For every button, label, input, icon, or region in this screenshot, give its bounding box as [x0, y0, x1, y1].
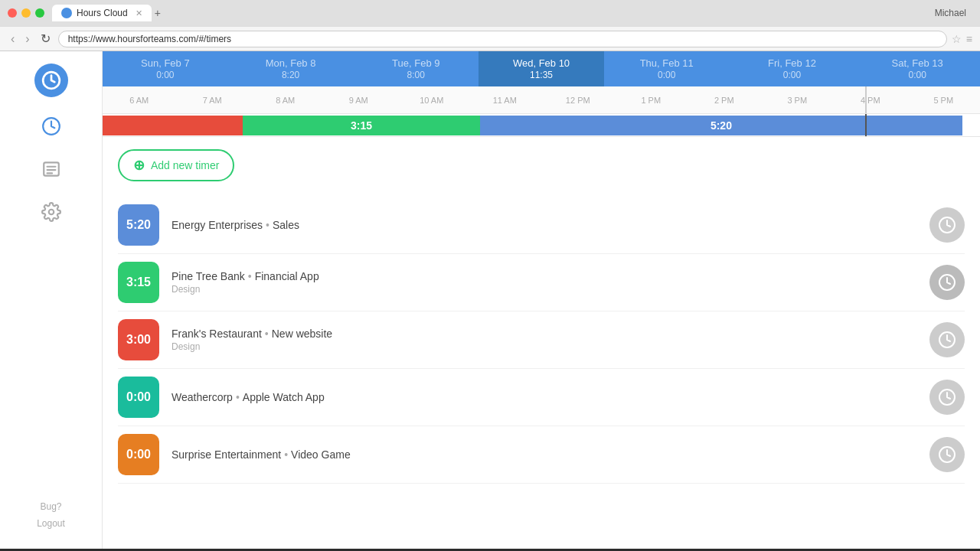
- dot: •: [266, 219, 270, 231]
- sidebar: Bug? Logout: [0, 51, 103, 549]
- day-cell-mon[interactable]: Mon, Feb 88:20: [228, 51, 354, 86]
- tab-title: Hours Cloud: [77, 8, 128, 18]
- sidebar-item-settings[interactable]: [38, 198, 65, 226]
- user-label: Michael: [935, 8, 972, 18]
- day-cell-wed[interactable]: Wed, Feb 1011:35: [479, 51, 604, 86]
- new-tab-button[interactable]: +: [155, 7, 161, 19]
- timer-badge: 5:20: [118, 204, 159, 246]
- time-label: 4 PM: [834, 96, 907, 105]
- time-label: 12 PM: [541, 96, 615, 105]
- day-cell-fri[interactable]: Fri, Feb 120:00: [730, 51, 855, 86]
- browser-titlebar: Hours Cloud ✕ + Michael: [0, 0, 980, 26]
- plus-icon: ⊕: [133, 157, 145, 174]
- time-label: 10 AM: [395, 96, 469, 105]
- timer-info: Energy Enterprises•Sales: [172, 219, 917, 231]
- timer-clock-button[interactable]: [929, 322, 965, 357]
- browser-navbar: ‹ › ↻ https://www.hoursforteams.com/#/ti…: [0, 26, 980, 51]
- logout-link[interactable]: Logout: [37, 518, 65, 529]
- timer-sub: Design: [172, 284, 917, 295]
- timer-client: Energy Enterprises: [172, 219, 263, 231]
- tab-favicon: [61, 8, 72, 18]
- timer-badge: 0:00: [118, 434, 159, 475]
- dot: •: [248, 270, 252, 282]
- time-marker: [865, 86, 867, 113]
- time-label: 1 PM: [615, 96, 688, 105]
- dot: •: [265, 328, 269, 340]
- timer-client: Weathercorp: [172, 391, 233, 403]
- dot: •: [236, 391, 240, 403]
- address-bar[interactable]: https://www.hoursforteams.com/#/timers: [58, 31, 947, 47]
- day-time: 8:00: [356, 70, 475, 80]
- timer-item: 3:15 Pine Tree Bank•Financial App Design: [118, 254, 965, 311]
- menu-icon[interactable]: ≡: [966, 33, 972, 45]
- timer-badge: 3:00: [118, 319, 159, 360]
- timer-project: Apple Watch App: [243, 391, 325, 403]
- timer-info: Surprise Entertainment•Video Game: [172, 448, 917, 461]
- time-label: 7 AM: [176, 96, 250, 105]
- timer-title: Pine Tree Bank•Financial App: [172, 270, 917, 282]
- close-button[interactable]: [8, 8, 17, 18]
- add-timer-label: Add new timer: [151, 159, 219, 171]
- timer-info: Frank's Restaurant•New website Design: [172, 328, 917, 352]
- day-name: Mon, Feb 8: [231, 57, 351, 69]
- dot: •: [284, 448, 288, 461]
- time-label: 6 AM: [103, 96, 176, 105]
- sidebar-item-reports[interactable]: [38, 155, 65, 183]
- time-labels: 6 AM7 AM8 AM9 AM10 AM11 AM12 PM1 PM2 PM3…: [103, 96, 980, 105]
- app-logo[interactable]: [34, 64, 68, 97]
- timer-clock-button[interactable]: [929, 207, 965, 243]
- timer-bars: 3:15 5:20: [103, 114, 980, 137]
- day-header: Sun, Feb 70:00Mon, Feb 88:20Tue, Feb 98:…: [103, 51, 980, 86]
- timer-title: Surprise Entertainment•Video Game: [172, 448, 917, 461]
- timers-area: ⊕ Add new timer 5:20 Energy Enterprises•…: [103, 137, 980, 549]
- tab-close-icon[interactable]: ✕: [136, 8, 142, 18]
- timer-info: Weathercorp•Apple Watch App: [172, 391, 917, 403]
- day-name: Sun, Feb 7: [106, 57, 225, 69]
- bar-blue: 5:20: [480, 116, 962, 135]
- timer-project: Financial App: [255, 270, 319, 282]
- minimize-button[interactable]: [21, 8, 31, 18]
- timer-clock-button[interactable]: [929, 437, 965, 472]
- day-cell-sat[interactable]: Sat, Feb 130:00: [854, 51, 980, 86]
- bookmark-icon[interactable]: ☆: [952, 33, 962, 45]
- day-name: Wed, Feb 10: [482, 57, 601, 69]
- active-tab[interactable]: Hours Cloud ✕: [52, 5, 152, 21]
- forward-button[interactable]: ›: [22, 31, 32, 47]
- timer-clock-button[interactable]: [929, 380, 965, 415]
- bar-blue-label: 5:20: [710, 119, 732, 132]
- sidebar-bottom: Bug? Logout: [37, 501, 65, 536]
- day-time: 11:35: [482, 70, 601, 80]
- time-label: 3 PM: [761, 96, 835, 105]
- timer-client: Frank's Restaurant: [172, 328, 262, 340]
- timers-list: 5:20 Energy Enterprises•Sales 3:15 Pine …: [118, 197, 965, 484]
- timer-item: 0:00 Surprise Entertainment•Video Game: [118, 426, 965, 484]
- back-button[interactable]: ‹: [8, 31, 18, 47]
- timer-item: 0:00 Weathercorp•Apple Watch App: [118, 369, 965, 426]
- nav-icons: ☆ ≡: [952, 33, 972, 45]
- timer-badge: 0:00: [118, 377, 159, 418]
- timer-sub: Design: [172, 341, 917, 352]
- timer-title: Frank's Restaurant•New website: [172, 328, 917, 340]
- day-cell-sun[interactable]: Sun, Feb 70:00: [103, 51, 228, 86]
- day-cell-tue[interactable]: Tue, Feb 98:00: [353, 51, 479, 86]
- sidebar-item-timers[interactable]: [38, 112, 65, 140]
- bar-marker: [865, 114, 867, 136]
- day-name: Thu, Feb 11: [607, 57, 727, 69]
- timer-item: 3:00 Frank's Restaurant•New website Desi…: [118, 311, 965, 369]
- timer-badge: 3:15: [118, 262, 159, 303]
- reload-button[interactable]: ↻: [38, 30, 54, 47]
- tab-bar: Hours Cloud ✕ +: [52, 5, 935, 21]
- timer-item: 5:20 Energy Enterprises•Sales: [118, 197, 965, 254]
- day-cell-thu[interactable]: Thu, Feb 110:00: [604, 51, 730, 86]
- time-label: 11 AM: [469, 96, 542, 105]
- add-timer-button[interactable]: ⊕ Add new timer: [118, 149, 234, 181]
- day-name: Sat, Feb 13: [858, 57, 977, 69]
- timer-project: Sales: [273, 219, 299, 231]
- day-time: 0:00: [106, 70, 225, 80]
- bug-report-link[interactable]: Bug?: [40, 501, 61, 512]
- maximize-button[interactable]: [35, 8, 44, 18]
- timer-clock-button[interactable]: [929, 265, 965, 300]
- day-time: 0:00: [733, 70, 852, 80]
- timer-title: Energy Enterprises•Sales: [172, 219, 917, 231]
- timer-info: Pine Tree Bank•Financial App Design: [172, 270, 917, 295]
